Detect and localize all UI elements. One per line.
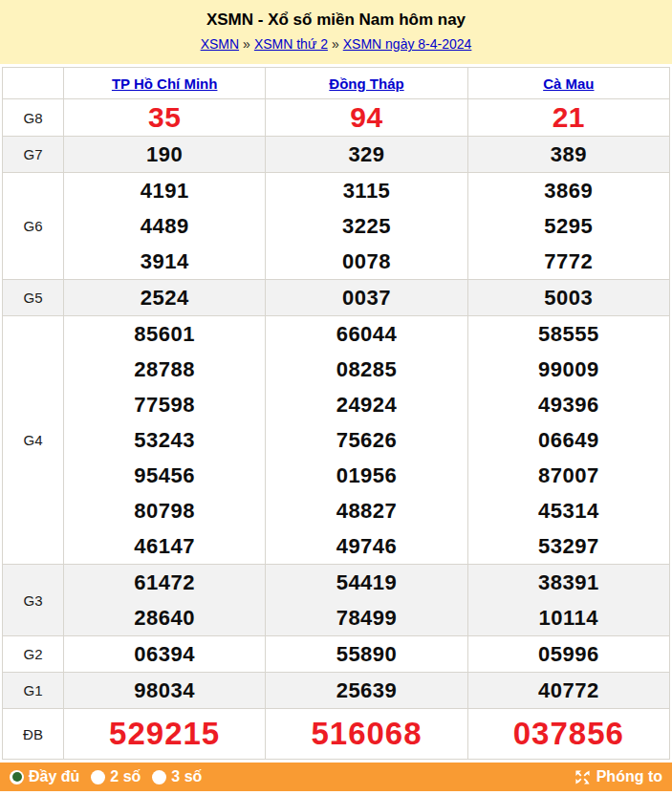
prize-cell: 06394: [64, 636, 266, 673]
prize-cell: 329: [266, 137, 467, 173]
radio-icon[interactable]: [152, 770, 166, 784]
prize-number: 3225: [342, 214, 391, 239]
prize-row-g5: G5252400375003: [3, 280, 670, 316]
prize-cell: 529215: [64, 709, 266, 760]
prize-number: 08285: [336, 357, 398, 382]
prize-label: G8: [3, 99, 64, 137]
lottery-results-table: TP Hồ Chí Minh Đồng Tháp Cà Mau G8359421…: [2, 67, 670, 760]
prize-number: 06394: [134, 642, 195, 667]
column-header-camau: Cà Mau: [467, 68, 669, 99]
prize-number: 94: [350, 101, 382, 134]
prize-number: 99009: [538, 357, 599, 382]
breadcrumb: XSMN»XSMN thứ 2»XSMN ngày 8-4-2024: [0, 36, 672, 52]
prize-number: 80798: [134, 499, 195, 524]
prize-cell: 0037: [266, 280, 467, 316]
prize-number: 77598: [134, 393, 195, 418]
prize-number: 46147: [134, 534, 195, 559]
prize-row-g8: G8359421: [3, 99, 670, 137]
prize-number: 98034: [134, 678, 195, 703]
prize-number: 529215: [109, 716, 220, 752]
page-title: XSMN - Xổ số miền Nam hôm nay: [0, 11, 672, 30]
prize-label: G1: [3, 673, 64, 709]
column-header-dongthap: Đồng Tháp: [266, 68, 467, 99]
prize-cell: 6147228640: [64, 565, 266, 636]
prize-cell: 516068: [266, 709, 467, 760]
prize-cell: 2524: [64, 280, 266, 316]
breadcrumb-link[interactable]: XSMN ngày 8-4-2024: [343, 36, 472, 52]
prize-cell: 311532250078: [266, 173, 467, 280]
breadcrumb-link[interactable]: XSMN: [201, 36, 239, 52]
prize-number: 38391: [538, 570, 599, 595]
prize-cell: 386952957772: [467, 173, 669, 280]
prize-number: 48827: [336, 499, 398, 524]
prize-number: 54419: [336, 570, 398, 595]
prize-cell: 55890: [266, 636, 467, 673]
prize-number: 0037: [342, 286, 391, 311]
prize-number: 329: [348, 142, 384, 167]
prize-number: 05996: [538, 642, 599, 667]
prize-label: G3: [3, 565, 64, 636]
prize-label: G7: [3, 137, 64, 173]
prize-number: 58555: [538, 322, 599, 347]
page-header: XSMN - Xổ số miền Nam hôm nay XSMN»XSMN …: [0, 0, 672, 64]
prize-number: 75626: [336, 428, 398, 453]
prize-cell: 037856: [467, 709, 669, 760]
breadcrumb-separator: »: [243, 36, 250, 52]
prize-number: 516068: [311, 716, 422, 752]
prize-cell: 25639: [266, 673, 467, 709]
prize-number: 78499: [336, 606, 398, 631]
prize-number: 5295: [544, 214, 593, 239]
breadcrumb-link[interactable]: XSMN thứ 2: [254, 36, 328, 52]
display-option-label: 3 số: [171, 768, 202, 785]
prize-row-g2: G2063945589005996: [3, 636, 670, 673]
display-option-3-số[interactable]: 3 số: [152, 768, 202, 785]
prize-number: 5003: [544, 286, 593, 311]
prize-row-g7: G7190329389: [3, 137, 670, 173]
prize-number: 55890: [336, 642, 398, 667]
display-option-2-số[interactable]: 2 số: [91, 768, 141, 785]
display-option-label: Đầy đủ: [29, 768, 79, 785]
prize-cell: 5441978499: [266, 565, 467, 636]
prize-number: 66044: [336, 322, 398, 347]
prize-cell: 419144893914: [64, 173, 266, 280]
prize-label: G2: [3, 636, 64, 673]
prize-cell: 21: [467, 99, 669, 137]
prize-cell: 85601287887759853243954568079846147: [64, 316, 266, 565]
prize-label: G6: [3, 173, 64, 280]
prize-label: G5: [3, 280, 64, 316]
radio-selected-icon[interactable]: [10, 770, 24, 784]
province-link[interactable]: Cà Mau: [543, 75, 594, 92]
prize-cell: 5003: [467, 280, 669, 316]
prize-number: 45314: [538, 499, 599, 524]
prize-number: 85601: [134, 322, 195, 347]
prize-number: 40772: [538, 678, 599, 703]
display-option-đầy-đủ[interactable]: Đầy đủ: [10, 768, 79, 785]
prize-number: 2524: [141, 286, 189, 311]
prize-number: 01956: [336, 463, 398, 488]
province-link[interactable]: Đồng Tháp: [329, 75, 403, 92]
prize-row-g6: G6419144893914311532250078386952957772: [3, 173, 670, 280]
prize-row-g1: G1980342563940772: [3, 673, 670, 709]
prize-number: 61472: [134, 570, 195, 595]
footer-bar: Đầy đủ2 số3 số Phóng to: [0, 763, 672, 791]
radio-icon[interactable]: [91, 770, 105, 784]
prize-cell: 389: [467, 137, 669, 173]
prize-number: 389: [551, 142, 587, 167]
column-header-tphcm: TP Hồ Chí Minh: [64, 68, 266, 99]
prize-cell: 98034: [64, 673, 266, 709]
prize-cell: 58555990094939606649870074531453297: [467, 316, 669, 565]
prize-row-g4: G485601287887759853243954568079846147660…: [3, 316, 670, 565]
prize-cell: 66044082852492475626019564882749746: [266, 316, 467, 565]
zoom-button[interactable]: Phóng to: [574, 768, 662, 785]
prize-number: 53243: [134, 428, 195, 453]
province-link[interactable]: TP Hồ Chí Minh: [112, 75, 218, 92]
prize-number: 3869: [544, 179, 593, 204]
zoom-button-label: Phóng to: [596, 768, 662, 785]
prize-cell: 40772: [467, 673, 669, 709]
results-body: G8359421G7190329389G64191448939143115322…: [3, 99, 670, 760]
expand-icon: [574, 769, 591, 785]
prize-number: 21: [553, 101, 585, 134]
prize-number: 7772: [544, 249, 593, 274]
prize-number: 87007: [538, 463, 599, 488]
prize-row-g3: G3614722864054419784993839110114: [3, 565, 670, 636]
